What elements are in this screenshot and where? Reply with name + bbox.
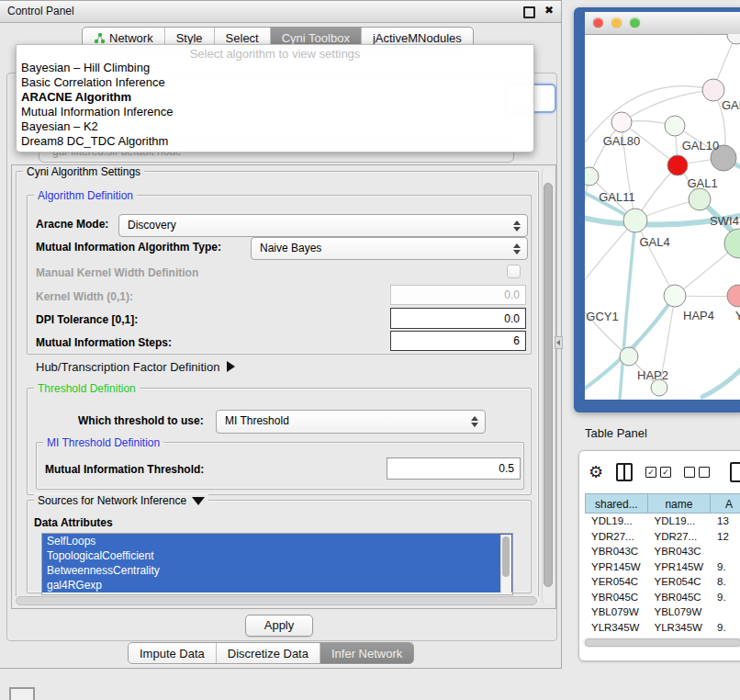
network-node-y[interactable] xyxy=(727,285,740,307)
hub-definition-toggle[interactable]: Hub/Transcription Factor Definition xyxy=(36,360,235,374)
network-node-gal1[interactable] xyxy=(667,155,688,175)
mi-threshold-definition-legend: MI Threshold Definition xyxy=(43,436,163,449)
algorithm-option[interactable]: Bayesian – K2 xyxy=(17,119,533,134)
algorithm-option[interactable]: Bayesian – Hill Climbing xyxy=(17,61,533,75)
deselect-all-checkboxes-icon[interactable] xyxy=(684,467,710,478)
spinner-arrows-icon xyxy=(512,220,520,231)
node-label: HAP4 xyxy=(683,309,714,322)
sources-legend[interactable]: Sources for Network Inference xyxy=(34,494,208,507)
node-label: GAL xyxy=(722,98,740,112)
network-node-hap4[interactable] xyxy=(664,285,686,307)
table-row[interactable]: YDL19...YDL19...13 xyxy=(585,514,740,529)
float-window-icon[interactable] xyxy=(523,6,535,18)
data-attribute-item[interactable]: gal4RGexp xyxy=(42,578,512,593)
attr-items: SelfLoopsTopologicalCoefficientBetweenne… xyxy=(42,534,512,593)
node-label: GAL4 xyxy=(639,235,669,249)
table-row[interactable]: YDR27...YDR27...12 xyxy=(585,529,740,545)
mi-steps-field[interactable] xyxy=(390,331,526,351)
node-label: GAL11 xyxy=(599,190,635,204)
algorithm-option[interactable]: Mutual Information Inference xyxy=(17,105,533,119)
table-row[interactable]: YPR145WYPR145W9. xyxy=(585,559,740,575)
tab-infer-network[interactable]: Infer Network xyxy=(320,643,413,663)
table-cell: YER054C xyxy=(585,574,648,590)
which-threshold-label: Which threshold to use: xyxy=(78,414,204,427)
network-node-gal80[interactable] xyxy=(611,112,632,132)
network-node[interactable] xyxy=(727,34,740,44)
tab-impute-data[interactable]: Impute Data xyxy=(129,643,217,663)
column-header-a[interactable]: A xyxy=(711,493,740,514)
table-cell: YBR043C xyxy=(648,544,712,559)
table-cell: YPR145W xyxy=(648,559,712,575)
settings-horizontal-scrollbar[interactable] xyxy=(14,595,541,606)
close-traffic-light-icon[interactable] xyxy=(593,17,603,28)
data-attribute-item[interactable]: BetweennessCentrality xyxy=(42,563,512,578)
table-row[interactable]: YBL079WYBL079W xyxy=(585,604,740,620)
network-node-swi4[interactable] xyxy=(689,188,711,210)
network-node-gal11[interactable] xyxy=(585,167,599,186)
network-node-gal10[interactable] xyxy=(665,116,685,136)
network-window-titlebar[interactable] xyxy=(585,12,740,35)
network-canvas[interactable]: GALGAL80GAL10GAL1GAL11SWI4GAL4GCY1HAP4YH… xyxy=(585,34,740,400)
mi-type-combo[interactable]: Naive Bayes xyxy=(251,237,528,260)
settings-vertical-scrollbar[interactable] xyxy=(542,167,554,604)
columns-icon[interactable] xyxy=(616,463,633,481)
algorithm-option[interactable]: Basic Correlation Inference xyxy=(17,75,533,90)
close-icon[interactable]: ✖ xyxy=(544,4,554,17)
zoom-traffic-light-icon[interactable] xyxy=(630,17,640,28)
algorithm-option[interactable]: Dream8 DC_TDC Algorithm xyxy=(17,134,533,149)
network-node-gal4[interactable] xyxy=(623,209,647,232)
tab-label: Impute Data xyxy=(140,647,205,660)
data-attributes-list[interactable]: SelfLoopsTopologicalCoefficientBetweenne… xyxy=(41,533,513,595)
node-table[interactable]: shared...nameAYDL19...YDL19...13YDR27...… xyxy=(585,493,740,650)
column-header-name[interactable]: name xyxy=(648,493,712,514)
attr-list-scrollbar[interactable] xyxy=(500,535,511,593)
which-threshold-combo[interactable]: MI Threshold xyxy=(216,410,486,434)
scrollbar-thumb[interactable] xyxy=(16,596,537,605)
table-cell: YBL079W xyxy=(648,604,712,620)
network-node-hap2[interactable] xyxy=(620,347,638,366)
table-horizontal-scrollbar[interactable] xyxy=(583,638,740,648)
minimize-traffic-light-icon[interactable] xyxy=(611,17,622,28)
select-all-checkboxes-icon[interactable]: ✓✓ xyxy=(645,467,671,478)
mi-threshold-field[interactable] xyxy=(387,457,521,480)
kernel-width-field[interactable] xyxy=(390,285,526,305)
scrollbar-thumb[interactable] xyxy=(502,536,510,577)
collapsed-panel-icon[interactable] xyxy=(9,687,35,700)
table-cell: YLR345W xyxy=(585,620,648,636)
document-icon[interactable] xyxy=(730,462,740,482)
table-cell: YDL19... xyxy=(648,514,712,529)
data-attribute-item[interactable]: SelfLoops xyxy=(42,534,512,548)
tab-label: Style xyxy=(176,31,203,45)
aracne-mode-combo[interactable]: Discovery xyxy=(118,214,528,237)
table-row[interactable]: YBR045CYBR045C9. xyxy=(585,590,740,605)
table-row[interactable]: YLR345WYLR345W9. xyxy=(585,620,740,636)
scrollbar-thumb[interactable] xyxy=(544,183,553,587)
panel-divider-grip[interactable] xyxy=(555,336,563,349)
collapse-down-icon[interactable] xyxy=(192,497,205,505)
expand-right-icon[interactable] xyxy=(227,361,235,372)
dpi-tolerance-field[interactable] xyxy=(390,308,526,329)
which-threshold-value: MI Threshold xyxy=(225,414,289,427)
tab-label: Infer Network xyxy=(331,647,402,660)
data-attributes-label: Data Attributes xyxy=(34,516,113,529)
gear-icon[interactable]: ⚙ xyxy=(589,464,603,480)
table-cell xyxy=(711,544,740,559)
data-attribute-item[interactable]: TopologicalCoefficient xyxy=(42,548,512,563)
table-cell: YPR145W xyxy=(585,559,648,575)
table-cell: YBR045C xyxy=(648,590,712,605)
table-row[interactable]: YER054CYER054C8. xyxy=(585,574,740,590)
node-label: GCY1 xyxy=(586,310,618,323)
table-cell: 9. xyxy=(711,590,740,605)
table-row[interactable]: YBR043CYBR043C xyxy=(585,544,740,559)
tab-label: Select xyxy=(226,31,259,45)
manual-kernel-checkbox[interactable] xyxy=(507,265,521,278)
scrollbar-thumb[interactable] xyxy=(585,638,740,647)
table-cell xyxy=(711,604,740,620)
algorithm-option[interactable]: ARACNE Algorithm xyxy=(17,90,533,105)
mi-type-value: Naive Bayes xyxy=(260,242,321,254)
tab-discretize-data[interactable]: Discretize Data xyxy=(217,643,320,663)
column-header-shared-[interactable]: shared... xyxy=(585,493,648,514)
spinner-arrows-icon xyxy=(512,243,520,254)
network-edge xyxy=(635,220,675,296)
apply-button[interactable]: Apply xyxy=(245,615,313,637)
